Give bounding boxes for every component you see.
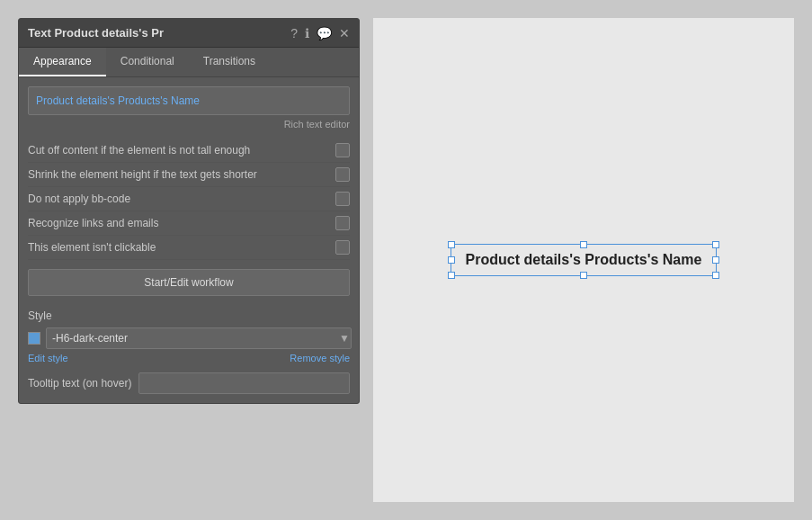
rich-text-content: Product details's Products's Name (36, 94, 342, 107)
chat-icon[interactable]: 💬 (317, 27, 332, 40)
toggle-cutoff[interactable] (335, 143, 350, 157)
tabs-bar: Appearance Conditional Transitions (19, 48, 359, 77)
style-label: Style (28, 309, 52, 322)
tooltip-input[interactable] (138, 372, 350, 394)
properties-panel: Text Product details's Pr ? ℹ 💬 ✕ Appear… (18, 18, 360, 404)
canvas-element-text: Product details's Products's Name (466, 252, 702, 267)
handle-bottom-right[interactable] (712, 272, 719, 279)
style-select[interactable]: -H6-dark-center (46, 327, 352, 349)
rich-text-area[interactable]: Product details's Products's Name (28, 86, 350, 115)
style-color-indicator (28, 332, 40, 345)
tooltip-label: Tooltip text (on hover) (28, 377, 131, 390)
handle-middle-right[interactable] (712, 256, 719, 264)
tab-transitions[interactable]: Transitions (189, 48, 270, 76)
canvas-selected-element[interactable]: Product details's Products's Name (451, 244, 718, 276)
toggle-label-clickable: This element isn't clickable (28, 241, 156, 254)
handle-top-right[interactable] (712, 241, 719, 248)
style-links: Edit style Remove style (28, 353, 350, 363)
tab-appearance[interactable]: Appearance (19, 48, 106, 76)
style-section: Style -H6-dark-center ▼ Edit style Remov… (28, 305, 350, 363)
close-icon[interactable]: ✕ (339, 27, 350, 40)
panel-icons: ? ℹ 💬 ✕ (290, 27, 350, 40)
toggle-label-links: Recognize links and emails (28, 217, 158, 229)
help-icon[interactable]: ? (290, 27, 298, 40)
panel-header: Text Product details's Pr ? ℹ 💬 ✕ (19, 19, 359, 48)
handle-top-middle[interactable] (580, 241, 587, 248)
handle-bottom-left[interactable] (448, 272, 455, 279)
toggle-clickable[interactable] (335, 240, 350, 255)
toggle-label-cutoff: Cut off content if the element is not ta… (28, 144, 250, 157)
edit-style-link[interactable]: Edit style (28, 353, 68, 363)
handle-middle-left[interactable] (448, 256, 455, 264)
handle-top-left[interactable] (448, 241, 455, 248)
tab-conditional[interactable]: Conditional (106, 48, 189, 76)
handle-bottom-middle[interactable] (580, 272, 587, 279)
toggle-row-bbcode: Do not apply bb-code (28, 187, 350, 211)
style-select-wrapper: -H6-dark-center ▼ (28, 327, 350, 349)
tooltip-row: Tooltip text (on hover) (28, 372, 350, 394)
toggle-row-shrink: Shrink the element height if the text ge… (28, 163, 350, 187)
rich-text-label: Rich text editor (28, 119, 350, 130)
info-icon[interactable]: ℹ (305, 27, 309, 40)
toggle-row-cutoff: Cut off content if the element is not ta… (28, 139, 350, 163)
remove-style-link[interactable]: Remove style (290, 353, 350, 363)
toggle-label-bbcode: Do not apply bb-code (28, 193, 130, 205)
toggle-label-shrink: Shrink the element height if the text ge… (28, 168, 257, 181)
toggle-row-links: Recognize links and emails (28, 211, 350, 236)
toggle-row-clickable: This element isn't clickable (28, 236, 350, 260)
workflow-button[interactable]: Start/Edit workflow (28, 269, 350, 296)
style-label-row: Style (28, 305, 350, 327)
canvas-area: Product details's Products's Name (373, 18, 794, 502)
panel-body: Product details's Products's Name Rich t… (19, 77, 359, 403)
toggle-bbcode[interactable] (335, 192, 350, 206)
toggle-shrink[interactable] (335, 167, 350, 182)
panel-title: Text Product details's Pr (28, 26, 164, 40)
toggle-links[interactable] (335, 216, 350, 230)
